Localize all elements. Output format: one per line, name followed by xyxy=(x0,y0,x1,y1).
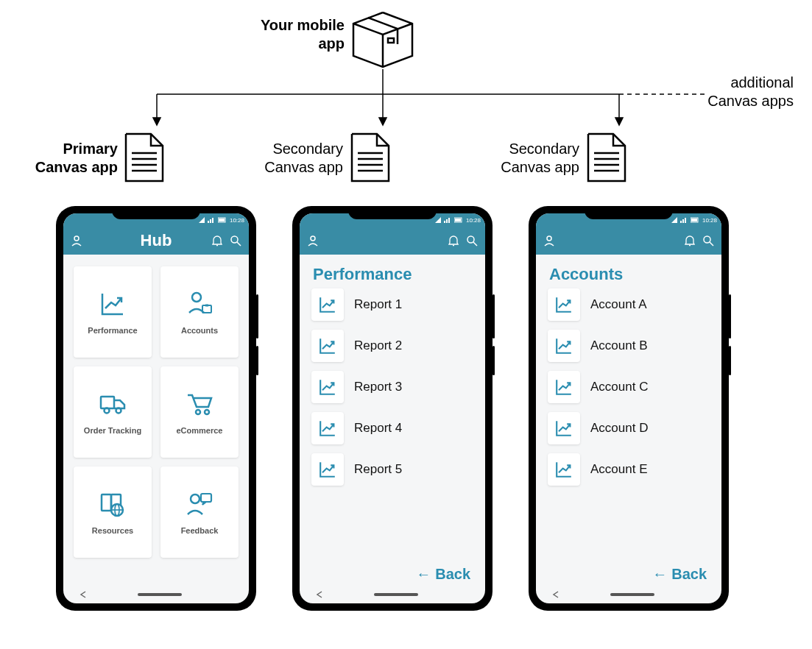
svg-point-29 xyxy=(74,236,79,241)
truck-icon xyxy=(98,389,127,419)
hub-tile-ecommerce[interactable]: eCommerce xyxy=(160,366,239,458)
list-item[interactable]: Report 5 xyxy=(311,453,473,486)
svg-point-38 xyxy=(116,408,121,414)
svg-rect-24 xyxy=(208,221,209,223)
svg-rect-41 xyxy=(102,494,111,511)
document-icon-secondary-1 xyxy=(349,131,392,184)
hub-tile-performance[interactable]: Performance xyxy=(74,266,152,358)
android-nav xyxy=(536,586,721,603)
list-item[interactable]: Report 3 xyxy=(311,371,473,403)
svg-marker-9 xyxy=(615,118,623,125)
svg-rect-60 xyxy=(682,219,684,223)
search-icon[interactable] xyxy=(230,235,241,247)
hub-tile-label: Accounts xyxy=(181,326,218,335)
list-item[interactable]: Account C xyxy=(548,371,710,403)
svg-line-57 xyxy=(473,242,477,246)
hub-tile-label: eCommerce xyxy=(177,426,223,435)
android-nav xyxy=(63,586,249,603)
svg-rect-49 xyxy=(444,221,445,223)
svg-rect-50 xyxy=(446,219,448,223)
svg-rect-51 xyxy=(448,218,450,223)
secondary-canvas-2-label: SecondaryCanvas app xyxy=(491,140,579,177)
secondary-canvas-1-label: SecondaryCanvas app xyxy=(255,140,343,177)
arrow-left-icon: ← xyxy=(416,566,431,583)
list-item-label: Account D xyxy=(590,421,648,436)
status-time: 10:28 xyxy=(466,217,481,224)
app-header: Hub xyxy=(63,227,249,255)
hub-tile-order-tracking[interactable]: Order Tracking xyxy=(74,366,152,458)
chart-icon xyxy=(311,288,344,321)
connector-lines xyxy=(0,0,812,235)
hub-tile-feedback[interactable]: Feedback xyxy=(160,467,239,558)
status-time: 10:28 xyxy=(702,217,717,224)
list-item-label: Account E xyxy=(590,462,648,477)
user-icon[interactable] xyxy=(543,235,555,247)
list-item[interactable]: Report 1 xyxy=(311,288,473,321)
svg-point-56 xyxy=(467,236,474,243)
phone-hub: 10:28 Hub Performance Accounts Order Tra… xyxy=(56,206,256,611)
cart-icon xyxy=(185,389,214,419)
bell-icon[interactable] xyxy=(448,235,459,247)
svg-line-67 xyxy=(710,242,713,246)
user-icon[interactable] xyxy=(307,235,319,247)
list-item[interactable]: Account D xyxy=(548,412,710,444)
search-icon[interactable] xyxy=(466,235,478,247)
bell-icon[interactable] xyxy=(685,235,695,247)
back-button[interactable]: ← Back xyxy=(652,566,707,583)
svg-point-33 xyxy=(192,293,201,302)
list-item[interactable]: Report 2 xyxy=(311,330,473,362)
svg-marker-7 xyxy=(379,118,386,125)
app-header xyxy=(300,227,485,255)
svg-rect-28 xyxy=(219,219,225,221)
list-item-label: Account B xyxy=(590,338,648,353)
list-item-label: Report 5 xyxy=(354,462,402,477)
svg-rect-26 xyxy=(212,218,213,223)
book-globe-icon xyxy=(98,489,127,519)
svg-point-37 xyxy=(105,408,110,414)
bell-icon[interactable] xyxy=(212,235,222,247)
chart-icon xyxy=(311,453,344,486)
list-item-label: Report 4 xyxy=(354,421,402,436)
list-item[interactable]: Report 4 xyxy=(311,412,473,444)
hub-tile-label: Resources xyxy=(92,526,133,535)
list-item[interactable]: Account E xyxy=(548,453,710,486)
document-icon-primary xyxy=(123,131,166,184)
chart-icon xyxy=(311,371,344,403)
primary-canvas-label: PrimaryCanvas app xyxy=(27,140,118,177)
list-item[interactable]: Account B xyxy=(548,330,710,362)
svg-rect-53 xyxy=(455,219,461,221)
phone-performance: 10:28 Performance Report 1 Report 2 Repo… xyxy=(292,206,493,611)
chart-icon xyxy=(548,371,580,403)
back-button[interactable]: ← Back xyxy=(416,566,470,583)
chart-icon xyxy=(548,288,580,321)
svg-point-31 xyxy=(231,236,238,243)
search-icon[interactable] xyxy=(702,235,714,247)
svg-marker-5 xyxy=(153,118,160,125)
svg-marker-58 xyxy=(671,217,677,223)
chart-icon xyxy=(548,412,580,444)
list-item-label: Account C xyxy=(590,380,648,394)
hub-tile-accounts[interactable]: Accounts xyxy=(160,266,239,358)
app-header xyxy=(536,227,721,255)
svg-point-46 xyxy=(191,494,200,503)
svg-rect-47 xyxy=(201,494,211,502)
arrow-left-icon: ← xyxy=(652,566,667,583)
chart-icon xyxy=(311,330,344,362)
chart-icon xyxy=(548,453,580,486)
chart-icon xyxy=(548,330,580,362)
status-time: 10:28 xyxy=(230,217,244,224)
svg-rect-63 xyxy=(691,219,697,221)
svg-rect-61 xyxy=(685,218,686,223)
svg-point-54 xyxy=(311,236,315,241)
list-item[interactable]: Account A xyxy=(548,288,710,321)
svg-point-66 xyxy=(704,236,710,243)
person-briefcase-icon xyxy=(185,289,214,319)
hub-tile-resources[interactable]: Resources xyxy=(74,467,152,558)
user-icon[interactable] xyxy=(71,235,82,247)
section-title: Performance xyxy=(300,255,485,288)
svg-rect-25 xyxy=(210,219,211,223)
list-item-label: Report 1 xyxy=(354,297,402,312)
chart-icon xyxy=(98,289,127,319)
section-title: Accounts xyxy=(536,255,721,288)
list-item-label: Report 2 xyxy=(354,338,402,353)
